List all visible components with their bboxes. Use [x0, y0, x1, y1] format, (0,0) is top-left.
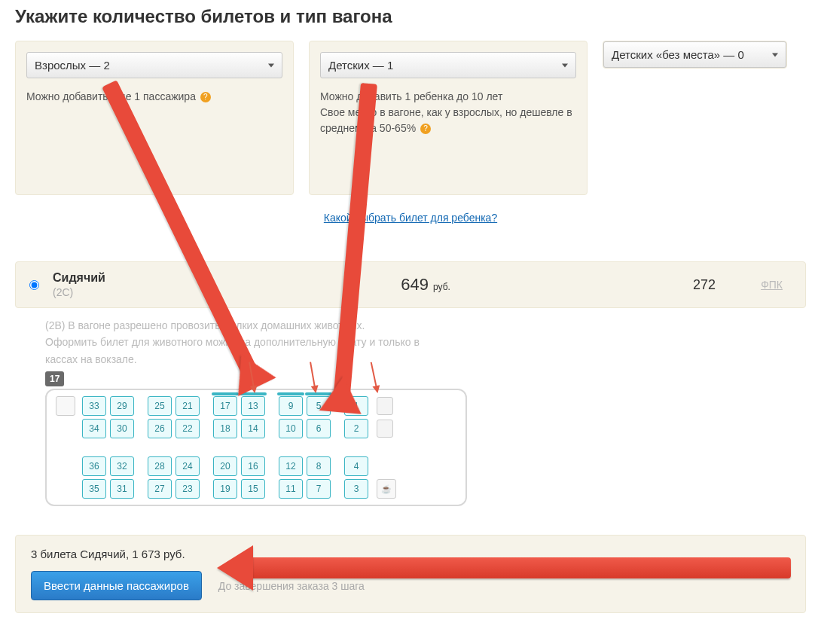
children-select-label: Детских — 1: [328, 59, 393, 72]
cup-icon: ☕: [377, 479, 396, 499]
car-type-code: (2С): [53, 286, 203, 298]
seat-row-4: 35 31 27 23 19 15 11 7 3 ☕: [56, 479, 456, 499]
children-panel: Детских — 1 Можно добавить 1 ребенка до …: [309, 41, 588, 195]
child-ticket-link-row: Какой выбрать билет для ребенка?: [15, 212, 806, 224]
enter-passenger-data-button[interactable]: Ввести данные пассажиров: [31, 571, 202, 600]
seat[interactable]: 20: [213, 456, 237, 476]
seat[interactable]: 18: [213, 419, 237, 438]
seat[interactable]: 4: [344, 456, 368, 476]
car-carrier: ФПК: [761, 279, 783, 291]
seat[interactable]: 21: [175, 396, 200, 416]
page-title: Укажите количество билетов и тип вагона: [15, 6, 806, 27]
babies-select-label: Детских «без места» — 0: [612, 48, 744, 61]
car-scheme: 33 29 25 21 17 13 9 5 1 34 30 26: [45, 389, 467, 506]
help-icon[interactable]: ?: [200, 92, 211, 102]
seat-row-2: 34 30 26 22 18 14 10 6 2: [56, 419, 456, 438]
seat[interactable]: 3: [344, 479, 368, 499]
luggage-icon: [377, 397, 393, 415]
seat[interactable]: 36: [82, 456, 106, 476]
seat[interactable]: 2: [344, 419, 368, 438]
seat[interactable]: 9: [279, 396, 303, 416]
seat[interactable]: 14: [241, 419, 265, 438]
seat[interactable]: 33: [82, 396, 106, 416]
seat[interactable]: 30: [110, 419, 134, 438]
adults-select[interactable]: Взрослых — 2: [26, 52, 282, 78]
babies-select[interactable]: Детских «без места» — 0: [603, 41, 786, 68]
seat-row-3: 36 32 28 24 20 16 12 8 4: [56, 456, 456, 476]
car-availability: 272: [648, 277, 761, 293]
seat[interactable]: 17: [213, 396, 237, 416]
seat-row-1: 33 29 25 21 17 13 9 5 1: [56, 396, 456, 416]
seat[interactable]: 13: [241, 396, 265, 416]
babies-panel: Детских «без места» — 0: [603, 41, 787, 69]
seat[interactable]: 19: [213, 479, 237, 499]
seat[interactable]: 32: [110, 456, 134, 476]
annotation-arrow: [249, 557, 791, 578]
toilet-icon: [56, 396, 75, 416]
children-select[interactable]: Детских — 1: [320, 52, 576, 78]
seat[interactable]: 7: [307, 479, 331, 499]
seat[interactable]: 35: [82, 479, 106, 499]
seat[interactable]: 10: [279, 419, 303, 438]
help-icon[interactable]: ?: [420, 124, 431, 134]
seat[interactable]: 31: [110, 479, 134, 499]
seat[interactable]: 28: [148, 456, 172, 476]
seat[interactable]: 34: [82, 419, 106, 438]
seat[interactable]: 6: [307, 419, 331, 438]
seat[interactable]: 12: [279, 456, 303, 476]
seat[interactable]: 29: [110, 396, 134, 416]
seat[interactable]: 27: [148, 479, 172, 499]
seat[interactable]: 15: [241, 479, 265, 499]
car-price: 649 руб.: [203, 275, 648, 295]
luggage-icon: [377, 420, 393, 438]
seat[interactable]: 8: [307, 456, 331, 476]
car-type-row[interactable]: Сидячий (2С) 649 руб. 272 ФПК: [15, 261, 806, 308]
seat[interactable]: 11: [279, 479, 303, 499]
seat[interactable]: 26: [148, 419, 172, 438]
seat[interactable]: 23: [175, 479, 200, 499]
seat[interactable]: 24: [175, 456, 200, 476]
car-type-radio[interactable]: [29, 280, 39, 290]
adults-select-label: Взрослых — 2: [35, 59, 110, 72]
adults-hint: Можно добавить еще 1 пассажира ?: [26, 89, 282, 105]
car-type-name: Сидячий: [53, 271, 203, 285]
seat[interactable]: 22: [175, 419, 200, 438]
seat[interactable]: 25: [148, 396, 172, 416]
car-number-badge: 17: [45, 371, 64, 386]
seat[interactable]: 16: [241, 456, 265, 476]
